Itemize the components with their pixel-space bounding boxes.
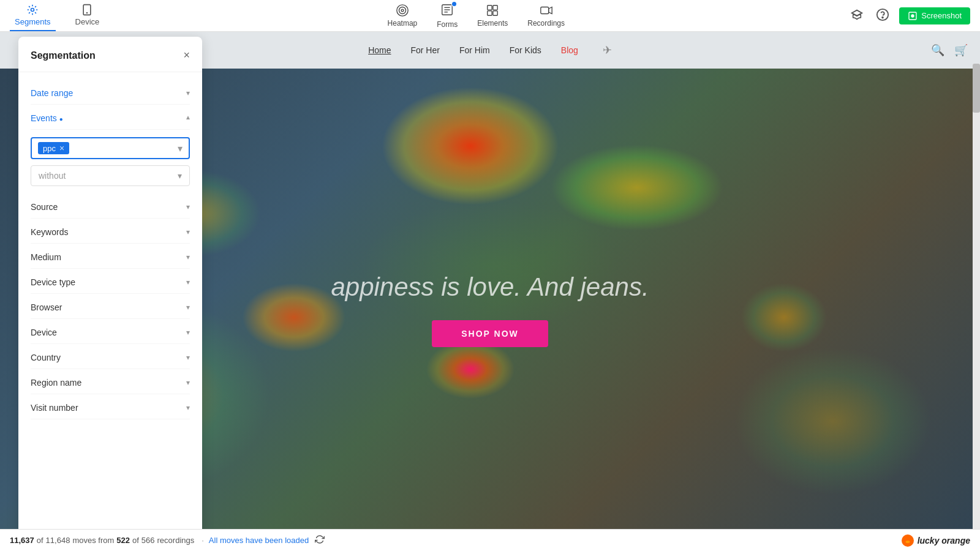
- lucky-orange-icon: [902, 534, 914, 547]
- device-type-label: Device type: [31, 277, 75, 287]
- tag-dropdown-chevron[interactable]: ▾: [178, 143, 183, 154]
- nav-recordings[interactable]: Recordings: [527, 4, 565, 28]
- moves-count: 11,637: [10, 536, 34, 545]
- browser-header[interactable]: Browser ▾: [31, 296, 190, 319]
- website-tagline: appiness is love. And jeans.: [331, 272, 649, 302]
- medium-chevron: ▾: [186, 253, 190, 261]
- nav-forms[interactable]: Forms: [437, 3, 458, 29]
- site-nav-blog[interactable]: Blog: [561, 45, 578, 55]
- loaded-message: All moves have been loaded: [209, 536, 309, 545]
- date-range-chevron: ▾: [186, 89, 190, 97]
- section-medium: Medium ▾: [31, 246, 190, 269]
- date-range-label: Date range: [31, 88, 73, 98]
- region-name-header[interactable]: Region name ▾: [31, 372, 190, 394]
- source-label: Source: [31, 202, 58, 212]
- section-events: Events ● ▾ ppc × ▾ without ▾: [31, 107, 190, 193]
- section-keywords: Keywords ▾: [31, 221, 190, 244]
- visit-number-label: Visit number: [31, 403, 78, 413]
- keywords-header[interactable]: Keywords ▾: [31, 221, 190, 244]
- svg-rect-14: [540, 7, 548, 14]
- page-scrollbar[interactable]: [973, 64, 980, 551]
- svg-rect-11: [493, 6, 497, 10]
- svg-point-3: [397, 5, 408, 16]
- lucky-orange-branding: lucky orange: [902, 534, 970, 547]
- nav-right-actions: Screenshot: [848, 6, 970, 26]
- section-source: Source ▾: [31, 196, 190, 219]
- events-label: Events ●: [31, 113, 63, 123]
- keywords-chevron: ▾: [186, 228, 190, 236]
- device-chevron: ▾: [186, 328, 190, 337]
- device-type-chevron: ▾: [186, 278, 190, 287]
- visit-number-header[interactable]: Visit number ▾: [31, 397, 190, 419]
- moves-from-text: moves from: [72, 536, 114, 545]
- svg-point-0: [31, 9, 34, 12]
- nav-left-tabs: Segments Device: [10, 0, 104, 31]
- events-header[interactable]: Events ● ▾: [31, 107, 190, 130]
- lucky-orange-text: lucky orange: [918, 536, 970, 545]
- segmentation-close-button[interactable]: ×: [183, 49, 190, 62]
- section-device: Device ▾: [31, 321, 190, 344]
- scrollbar-thumb[interactable]: [973, 64, 980, 113]
- section-browser: Browser ▾: [31, 296, 190, 319]
- recordings-label: recordings: [157, 536, 195, 545]
- nav-heatmap[interactable]: Heatmap: [388, 4, 418, 28]
- svg-point-17: [882, 17, 883, 18]
- graduation-icon[interactable]: [848, 6, 866, 26]
- browser-chevron: ▾: [186, 303, 190, 312]
- svg-marker-15: [548, 7, 552, 14]
- site-nav-for-her[interactable]: For Her: [410, 45, 439, 55]
- region-name-label: Region name: [31, 378, 81, 388]
- bottom-bar: 11,637 of 11,648 moves from 522 of 566 r…: [0, 529, 980, 551]
- country-label: Country: [31, 353, 61, 362]
- segmentation-header: Segmentation ×: [18, 37, 202, 72]
- nav-elements[interactable]: Elements: [477, 4, 508, 28]
- without-chevron: ▾: [178, 171, 182, 181]
- help-icon[interactable]: [873, 6, 892, 26]
- site-nav-for-kids[interactable]: For Kids: [510, 45, 541, 55]
- moves-total: 11,648: [46, 536, 70, 545]
- events-tag-input[interactable]: ppc × ▾: [31, 137, 190, 159]
- top-navigation: Segments Device Heatmap: [0, 0, 980, 32]
- tab-segments[interactable]: Segments: [10, 0, 56, 31]
- section-visit-number: Visit number ▾: [31, 397, 190, 419]
- shop-now-button[interactable]: SHOP NOW: [432, 320, 548, 347]
- source-chevron: ▾: [186, 203, 190, 211]
- site-nav-home[interactable]: Home: [368, 45, 391, 55]
- screenshot-button[interactable]: Screenshot: [899, 7, 970, 24]
- medium-header[interactable]: Medium ▾: [31, 246, 190, 269]
- events-content: ppc × ▾ without ▾: [31, 130, 190, 193]
- ppc-tag-remove[interactable]: ×: [59, 143, 64, 153]
- country-chevron: ▾: [186, 353, 190, 362]
- country-header[interactable]: Country ▾: [31, 347, 190, 369]
- without-label: without: [39, 171, 66, 181]
- separator: ·: [202, 536, 204, 545]
- source-header[interactable]: Source ▾: [31, 196, 190, 219]
- section-device-type: Device type ▾: [31, 271, 190, 294]
- svg-point-5: [401, 9, 404, 12]
- website-nav-icons: 🔍 🛒: [931, 43, 968, 57]
- browser-label: Browser: [31, 302, 62, 312]
- nav-center-tools: Heatmap Forms Elements: [104, 3, 848, 29]
- medium-label: Medium: [31, 252, 61, 262]
- section-region-name: Region name ▾: [31, 372, 190, 394]
- svg-rect-13: [493, 11, 497, 15]
- lucky-orange-logo: lucky orange: [902, 534, 970, 547]
- segmentation-panel: Segmentation × Date range ▾ Events ● ▾ p…: [18, 37, 202, 539]
- cart-icon[interactable]: 🛒: [954, 43, 968, 57]
- keywords-label: Keywords: [31, 227, 68, 237]
- tab-device[interactable]: Device: [70, 0, 105, 31]
- svg-point-4: [399, 7, 405, 14]
- without-select[interactable]: without ▾: [31, 165, 190, 186]
- section-country: Country ▾: [31, 347, 190, 369]
- device-type-header[interactable]: Device type ▾: [31, 271, 190, 294]
- visit-number-chevron: ▾: [186, 403, 190, 412]
- svg-point-21: [905, 541, 910, 543]
- refresh-button[interactable]: [314, 533, 326, 547]
- recordings-count: 522: [116, 536, 130, 545]
- search-icon[interactable]: 🔍: [931, 43, 944, 57]
- svg-point-19: [911, 14, 914, 17]
- date-range-header[interactable]: Date range ▾: [31, 82, 190, 105]
- site-nav-for-him[interactable]: For Him: [459, 45, 490, 55]
- device-label: Device: [31, 328, 57, 337]
- device-header[interactable]: Device ▾: [31, 321, 190, 344]
